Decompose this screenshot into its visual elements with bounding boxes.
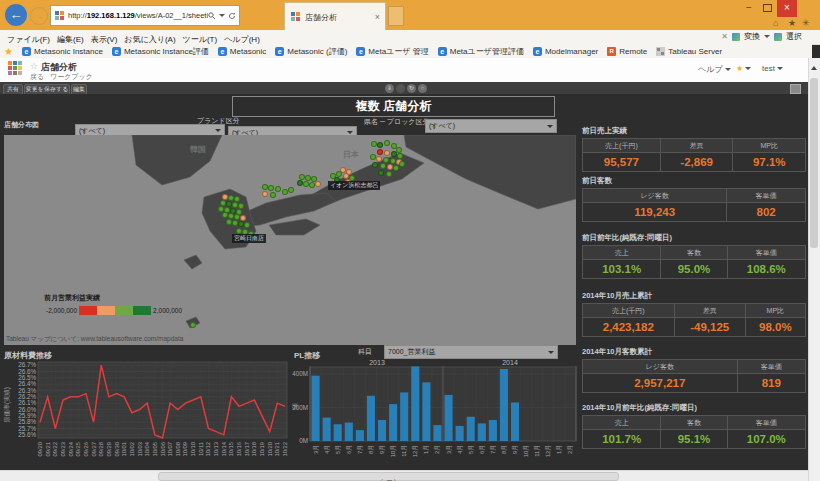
pl-bar[interactable] (323, 418, 331, 441)
home-icon[interactable]: ⌂ (773, 18, 778, 28)
pl-bar[interactable] (456, 426, 464, 441)
store-dot[interactable] (386, 171, 392, 177)
pl-bar[interactable] (411, 366, 419, 441)
favorites-item[interactable]: eModelmanager (533, 47, 598, 56)
scroll-up-arrow-icon[interactable] (811, 66, 817, 70)
help-menu[interactable]: ヘルプ (698, 64, 731, 75)
menu-item[interactable]: ツール(T) (183, 35, 218, 44)
svg-text:10/05: 10/05 (152, 442, 158, 457)
subscribe-icon[interactable]: ○ (418, 84, 427, 93)
pl-bar[interactable] (345, 423, 353, 441)
store-dot[interactable] (378, 170, 384, 176)
favorites-item[interactable]: eMetaユーザ管理評価 (438, 46, 524, 57)
store-dot[interactable] (288, 187, 294, 193)
back-link[interactable]: 戻る (30, 72, 44, 82)
favorites-star-icon[interactable]: ★ (788, 18, 796, 28)
favorites-bar-star-icon[interactable]: ★ (4, 46, 13, 57)
refresh-view-icon[interactable]: ↻ (407, 84, 416, 93)
favorites-item[interactable]: eMetasonic Instance評価 (112, 46, 209, 57)
store-dot[interactable] (384, 140, 390, 146)
store-dot[interactable] (244, 222, 250, 228)
pl-bar[interactable] (489, 420, 497, 441)
browser-tab[interactable]: 店舗分析 × (284, 2, 386, 31)
store-dot[interactable] (377, 142, 383, 148)
pl-bar[interactable] (400, 392, 408, 441)
favorites-item[interactable]: eMetasonic Instance (22, 47, 103, 56)
favorites-item[interactable]: eMetasonic (評価) (275, 46, 347, 57)
star-menu[interactable]: ★ (736, 64, 751, 73)
pl-bar[interactable] (422, 382, 430, 441)
subject-filter-dropdown[interactable]: 7000_営業利益 (384, 345, 558, 359)
store-dot[interactable] (268, 185, 274, 191)
svg-text:10/08: 10/08 (175, 442, 181, 457)
menu-item[interactable]: お気に入り(A) (124, 35, 175, 44)
store-dot[interactable] (399, 161, 405, 167)
pl-bar[interactable] (356, 430, 364, 441)
store-map[interactable]: 韓国 日本 イオン浜松志都呂宮崎日南店 前月営業利益実績 -2,000,000 … (4, 135, 576, 345)
window-restore-button[interactable] (759, 0, 775, 17)
block-filter-dropdown[interactable]: (すべて) (425, 119, 557, 133)
map-annotation[interactable]: イオン浜松志都呂 (328, 181, 380, 190)
pl-bar[interactable] (467, 417, 475, 441)
tab-close-icon[interactable]: × (375, 12, 380, 22)
address-bar[interactable]: http://192.168.1.129/views/A-02__1/sheet… (50, 5, 240, 26)
store-dot[interactable] (372, 162, 378, 168)
tableau-logo-icon[interactable] (8, 61, 24, 77)
fullscreen-icon[interactable] (790, 84, 801, 94)
menu-item[interactable]: ヘルプ(H) (224, 35, 260, 44)
menu-item[interactable]: ファイル(F) (7, 35, 50, 44)
forward-button[interactable]: → (30, 7, 48, 25)
store-dot[interactable] (393, 165, 399, 171)
map-annotation[interactable]: 宮崎日南店 (232, 234, 266, 243)
store-dot[interactable] (383, 157, 389, 163)
pl-bar[interactable] (378, 420, 386, 441)
kpi-value-cell: 97.1% (733, 153, 806, 172)
store-dot[interactable] (376, 156, 382, 162)
settings-gear-icon[interactable]: ✳ (802, 18, 810, 28)
favorites-item[interactable]: eMetasonic (218, 47, 266, 56)
pl-bar[interactable] (389, 404, 397, 441)
store-dot[interactable] (270, 192, 276, 198)
export-icon[interactable]: ⇓ (385, 84, 394, 93)
window-close-button[interactable]: × (777, 0, 797, 17)
back-button[interactable]: ← (5, 4, 27, 26)
pl-bar[interactable] (511, 402, 519, 441)
favorites-item[interactable]: Tableau Server (656, 47, 722, 56)
refresh-icon[interactable] (228, 12, 236, 20)
user-menu[interactable]: test (762, 64, 783, 73)
vertical-scrollbar-thumb[interactable] (810, 78, 818, 248)
store-dot[interactable] (384, 150, 390, 156)
translate-caret-icon[interactable] (764, 35, 770, 38)
new-tab-button[interactable] (388, 6, 404, 26)
window-minimize-button[interactable]: − (741, 0, 757, 17)
select-button[interactable]: 選択 (786, 31, 802, 42)
pl-bar[interactable] (433, 425, 441, 441)
pl-bar[interactable] (312, 376, 320, 441)
line-chart-plot[interactable]: 25.6%25.7%25.8%25.9%26.0%26.1%26.2%26.3%… (2, 360, 290, 470)
store-dot[interactable] (380, 163, 386, 169)
addon-close-icon[interactable]: ✕ (721, 32, 728, 41)
pl-bar[interactable] (334, 424, 342, 441)
map-attribution[interactable]: Tableau マップについて: www.tableausoftware.com… (6, 335, 183, 344)
kpi-panel: 前日客数レジ客数客単価119,243802 (582, 176, 806, 222)
pause-icon[interactable] (396, 84, 405, 93)
workbook-link[interactable]: ワークブック (50, 72, 93, 82)
autocomplete-caret-icon[interactable] (219, 14, 225, 17)
pl-bar[interactable] (478, 423, 486, 441)
search-icon[interactable] (208, 12, 216, 20)
favorites-item[interactable]: RRemote (607, 47, 647, 56)
menu-item[interactable]: 表示(V) (91, 35, 118, 44)
view-favorite-star-icon[interactable]: ☆ (30, 61, 38, 71)
translate-button[interactable]: 変換 (744, 31, 760, 42)
favorites-item[interactable]: eMetaユーザ 管理 (356, 46, 428, 57)
menu-item[interactable]: 編集(E) (57, 35, 84, 44)
store-dot[interactable] (262, 191, 268, 197)
pl-bar[interactable] (445, 395, 453, 441)
store-dot[interactable] (190, 322, 196, 328)
store-dot[interactable] (275, 186, 281, 192)
pl-bar[interactable] (367, 396, 375, 441)
bar-chart-plot[interactable]: 0M200M400M3月4月5月6月7月8月9月10月11月12月1月2月3月4… (292, 366, 578, 470)
store-dot[interactable] (315, 181, 321, 187)
pl-bar[interactable] (500, 369, 508, 441)
store-dot[interactable] (377, 149, 383, 155)
